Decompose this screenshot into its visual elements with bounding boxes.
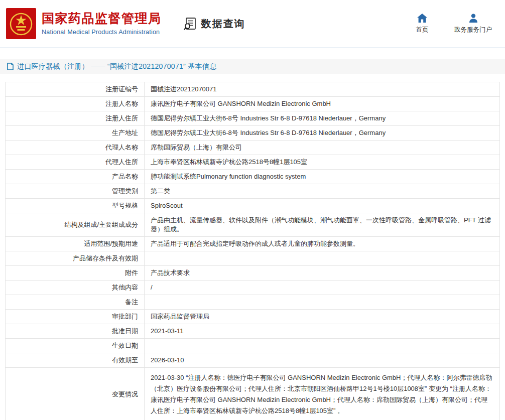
table-row: 产品名称肺功能测试系统Pulmonary function diagnostic…: [6, 170, 500, 184]
registration-info-table: 注册证编号国械注进20212070071注册人名称康讯医疗电子有限公司 GANS…: [5, 82, 500, 420]
row-value: 席勒国际贸易（上海）有限公司: [145, 141, 500, 155]
table-row: 产品储存条件及有效期: [6, 251, 500, 266]
row-value: 国家药品监督管理局: [145, 310, 500, 324]
breadcrumb: 进口医疗器械（注册） —— “国械注进20212070071” 基本信息: [17, 62, 216, 71]
table-row: 结构及组成/主要组成成分产品由主机、流量传感器、软件以及附件（潮气功能模块、潮气…: [6, 213, 500, 237]
table-row: 型号规格SpiroScout: [6, 199, 500, 213]
table-row: 有效期至2026-03-10: [6, 353, 500, 368]
row-label: 注册人名称: [6, 97, 145, 111]
row-value: [145, 251, 500, 266]
national-emblem-icon: [6, 8, 36, 39]
table-row: 生产地址德国尼得劳尔镇工业大街6-8号 Industries Str 6-8 D…: [6, 126, 500, 141]
row-value: SpiroScout: [145, 199, 500, 213]
row-value: 2021-03-30 “注册人名称：德医疗电子有限公司 GANSHORN Med…: [145, 368, 500, 420]
row-label: 有效期至: [6, 353, 145, 368]
table-row: 审批部门国家药品监督管理局: [6, 310, 500, 324]
row-label: 注册人住所: [6, 111, 145, 126]
nav-item-gov-portal[interactable]: 政务服务门户: [454, 14, 492, 34]
row-label: 生产地址: [6, 126, 145, 141]
table-row: 生效日期: [6, 339, 500, 353]
row-value: 上海市奉贤区柘林镇新寺沪杭公路2518号8幢1层105室: [145, 155, 500, 170]
row-value: 康讯医疗电子有限公司 GANSHORN Medizin Electronic G…: [145, 97, 500, 111]
table-row: 管理类别第二类: [6, 184, 500, 199]
org-name-cn: 国家药品监督管理局: [42, 12, 162, 26]
info-table-body: 注册证编号国械注进20212070071注册人名称康讯医疗电子有限公司 GANS…: [6, 82, 500, 420]
page: { "colors": { "brand_red": "#c30d0d", "e…: [0, 0, 505, 420]
document-icon: [7, 63, 14, 70]
row-label: 管理类别: [6, 184, 145, 199]
breadcrumb-bar: 进口医疗器械（注册） —— “国械注进20212070071” 基本信息: [0, 59, 505, 74]
nav-item-label: 政务服务门户: [454, 26, 492, 34]
row-value: [145, 339, 500, 353]
row-value: 第二类: [145, 184, 500, 199]
table-row: 适用范围/预期用途产品适用于可配合完成指定呼吸动作的成人或者儿童的肺功能参数测量…: [6, 237, 500, 251]
row-label: 批准日期: [6, 324, 145, 339]
row-label: 其他内容: [6, 281, 145, 295]
row-value: 国械注进20212070071: [145, 82, 500, 97]
document-search-icon: [184, 17, 197, 30]
org-name-en: National Medical Products Administration: [42, 29, 162, 36]
data-query-label: 数据查询: [201, 17, 245, 31]
row-label: 代理人住所: [6, 155, 145, 170]
table-row: 批准日期2021-03-11: [6, 324, 500, 339]
table-row: 附件产品技术要求: [6, 266, 500, 281]
data-query-title: 数据查询: [184, 17, 245, 31]
nmpa-logo[interactable]: 国家药品监督管理局 National Medical Products Admi…: [6, 8, 162, 39]
row-label: 变更情况: [6, 368, 145, 420]
row-label: 结构及组成/主要组成成分: [6, 213, 145, 237]
row-label: 审批部门: [6, 310, 145, 324]
nav-item-home[interactable]: 首页: [413, 14, 431, 34]
table-row: 变更情况2021-03-30 “注册人名称：德医疗电子有限公司 GANSHORN…: [6, 368, 500, 420]
table-row: 代理人住所上海市奉贤区柘林镇新寺沪杭公路2518号8幢1层105室: [6, 155, 500, 170]
org-titles: 国家药品监督管理局 National Medical Products Admi…: [42, 12, 162, 36]
row-value: 产品由主机、流量传感器、软件以及附件（潮气功能模块、潮气功能面罩、一次性呼吸管路…: [145, 213, 500, 237]
table-row: 代理人名称席勒国际贸易（上海）有限公司: [6, 141, 500, 155]
person-icon: [469, 14, 478, 23]
row-value: 产品技术要求: [145, 266, 500, 281]
row-label: 型号规格: [6, 199, 145, 213]
row-value: 德国尼得劳尔镇工业大街6-8号 Industries Str 6-8 D-976…: [145, 126, 500, 141]
site-header: 国家药品监督管理局 National Medical Products Admi…: [0, 0, 505, 48]
nav-item-label: 首页: [416, 26, 429, 34]
row-label: 适用范围/预期用途: [6, 237, 145, 251]
row-value: 2021-03-11: [145, 324, 500, 339]
row-label: 备注: [6, 295, 145, 310]
row-label: 产品储存条件及有效期: [6, 251, 145, 266]
row-label: 产品名称: [6, 170, 145, 184]
row-value: 2026-03-10: [145, 353, 500, 368]
table-row: 注册人名称康讯医疗电子有限公司 GANSHORN Medizin Electro…: [6, 97, 500, 111]
row-value: 德国尼得劳尔镇工业大街6-8号 Industries Str 6-8 D-976…: [145, 111, 500, 126]
header-nav: 首页 政务服务门户: [413, 14, 498, 34]
row-label: 注册证编号: [6, 82, 145, 97]
row-value: 肺功能测试系统Pulmonary function diagnostic sys…: [145, 170, 500, 184]
table-row: 注册证编号国械注进20212070071: [6, 82, 500, 97]
row-label: 代理人名称: [6, 141, 145, 155]
row-value: 产品适用于可配合完成指定呼吸动作的成人或者儿童的肺功能参数测量。: [145, 237, 500, 251]
table-row: 其他内容/: [6, 281, 500, 295]
table-row: 备注: [6, 295, 500, 310]
row-value: [145, 295, 500, 310]
home-icon: [417, 14, 427, 23]
row-label: 附件: [6, 266, 145, 281]
table-row: 注册人住所德国尼得劳尔镇工业大街6-8号 Industries Str 6-8 …: [6, 111, 500, 126]
row-label: 生效日期: [6, 339, 145, 353]
row-value: /: [145, 281, 500, 295]
